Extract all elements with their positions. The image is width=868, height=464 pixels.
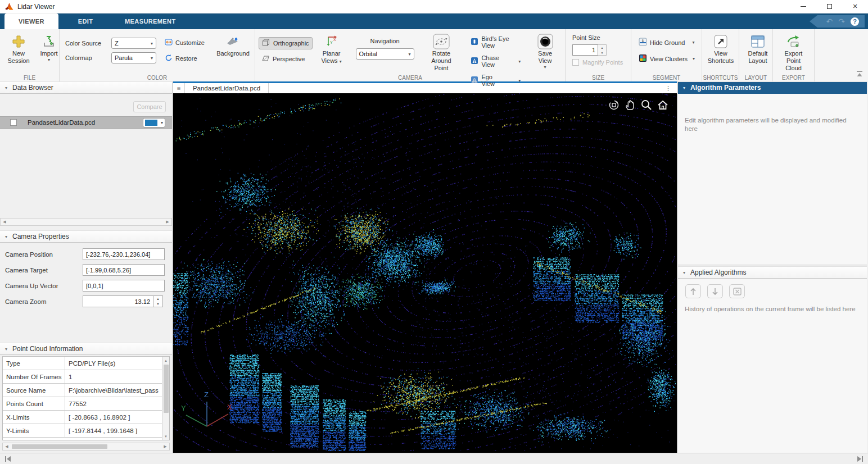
collapse-arrow-icon: ▾: [5, 85, 7, 90]
scroll-right-icon[interactable]: ▶: [164, 220, 171, 224]
scroll-left-icon[interactable]: ◀: [1, 220, 8, 224]
collapse-left-icon[interactable]: [4, 456, 11, 462]
point-cloud-info-header[interactable]: ▾ Point Cloud Information: [0, 343, 172, 355]
magnify-points-checkbox[interactable]: [572, 59, 579, 66]
customize-icon: [165, 38, 173, 47]
view-shortcuts-button[interactable]: View Shortcuts: [706, 32, 735, 66]
table-vscrollbar[interactable]: ▲ ▼: [162, 357, 169, 440]
background-button[interactable]: Background: [215, 32, 251, 59]
window-title: Lidar Viewer: [17, 3, 55, 11]
colormap-select[interactable]: Parula ▾: [111, 52, 156, 63]
camera-up-vector-input[interactable]: [0,0,1]: [83, 280, 165, 292]
collapse-ribbon-icon[interactable]: [856, 69, 864, 79]
file-checkbox[interactable]: [10, 119, 17, 126]
color-swatch-dropdown[interactable]: ▾: [143, 118, 165, 128]
point-size-stepper[interactable]: ▲ ▼: [598, 44, 607, 56]
minimize-button[interactable]: [790, 0, 816, 13]
move-down-button[interactable]: [707, 284, 723, 298]
point-size-input[interactable]: 1: [572, 44, 598, 56]
close-button[interactable]: ✕: [842, 0, 868, 13]
compare-button[interactable]: Compare: [133, 101, 166, 112]
ribbon-tabstrip: VIEWER EDIT MEASUREMENT ↶ ↷ ?: [0, 13, 868, 29]
default-layout-button[interactable]: Default Layout: [743, 32, 772, 66]
scroll-down-icon[interactable]: ▼: [164, 433, 168, 440]
point-cloud-file-row[interactable]: PandasetLidarData.pcd ▾: [0, 116, 172, 129]
data-browser-hscrollbar[interactable]: ◀ ▶: [0, 218, 172, 226]
point-cloud-viewport[interactable]: Z Y X: [173, 93, 677, 451]
ribbon: New Session Import ▾ FILE: [0, 29, 868, 81]
scrollbar-thumb[interactable]: [12, 444, 107, 449]
undo-icon[interactable]: ↶: [826, 17, 833, 25]
point-cloud-info-table: TypePCD/PLY File(s) Number Of Frames1 So…: [2, 356, 170, 440]
camera-position-input[interactable]: [-232.76,-230.1,236.04]: [83, 248, 165, 260]
ribbon-group-layout: Default Layout LAYOUT: [739, 29, 773, 81]
color-source-select[interactable]: Z ▾: [111, 38, 156, 49]
rotate-around-point-button[interactable]: Rotate Around Point: [421, 32, 462, 74]
applied-algorithms-content: History of operations on the current fra…: [678, 279, 867, 453]
rotate-3d-icon[interactable]: [608, 99, 620, 111]
planar-views-button[interactable]: Y X Planar Views ▾: [317, 32, 346, 67]
applied-algorithms-hint: History of operations on the current fra…: [678, 305, 867, 313]
tab-options-icon[interactable]: ⋮: [665, 85, 671, 92]
camera-zoom-stepper[interactable]: ▲ ▼: [153, 295, 163, 307]
tab-viewer[interactable]: VIEWER: [4, 13, 58, 29]
algorithm-parameters-hint: Edit algorithm parameters will be displa…: [678, 116, 864, 133]
cancel-icon: [733, 288, 742, 295]
export-section-label: EXPORT: [773, 75, 814, 81]
help-icon[interactable]: ?: [851, 17, 859, 26]
camera-target-input[interactable]: [-1.99,0.68,5.26]: [83, 264, 165, 276]
file-name: PandasetLidarData.pcd: [28, 119, 95, 126]
birds-eye-view-button[interactable]: Bird's Eye View: [468, 34, 523, 50]
navigation-select[interactable]: Orbital ▾: [356, 48, 414, 60]
move-up-button[interactable]: [685, 284, 701, 298]
restore-icon: [165, 54, 173, 63]
color-section-label: COLOR: [60, 75, 255, 81]
customize-button[interactable]: Customize: [162, 37, 207, 48]
restore-button[interactable]: Restore: [162, 53, 207, 64]
remove-operation-button[interactable]: [729, 284, 745, 298]
export-point-cloud-button[interactable]: Export Point Cloud: [777, 32, 810, 74]
hide-ground-button[interactable]: Hide Ground ▾: [636, 37, 698, 48]
scroll-right-icon[interactable]: ▶: [161, 444, 169, 449]
view-clusters-button[interactable]: View Clusters ▾: [636, 53, 698, 65]
orthographic-button[interactable]: Orthographic: [259, 37, 313, 49]
view-clusters-icon: [639, 54, 647, 63]
tab-menu-icon[interactable]: ≡: [173, 85, 184, 92]
scroll-up-icon[interactable]: ▲: [164, 357, 168, 364]
point-cloud-canvas[interactable]: [173, 93, 676, 451]
algorithm-parameters-header[interactable]: ▾ Algorithm Parameters: [678, 81, 867, 94]
chevron-down-icon: ▾: [409, 52, 411, 57]
table-row: TypePCD/PLY File(s): [3, 357, 169, 370]
maximize-button[interactable]: [816, 0, 842, 13]
pan-hand-icon[interactable]: [624, 99, 636, 111]
scrollbar-thumb[interactable]: [164, 365, 169, 413]
chevron-down-icon: ▾: [693, 56, 695, 61]
left-panel: ▾ Data Browser Compare PandasetLidarData…: [0, 81, 173, 453]
document-tab[interactable]: PandasetLidarData.pcd: [184, 83, 269, 93]
collapse-arrow-icon: ▾: [5, 347, 7, 352]
ribbon-group-segment: Hide Ground ▾ View Clusters ▾ SEGMENT: [631, 29, 702, 81]
home-icon[interactable]: [657, 99, 669, 111]
size-section-label: SIZE: [566, 75, 631, 81]
chase-view-button[interactable]: Chase View ▾: [468, 53, 523, 69]
applied-algorithms-header[interactable]: ▾ Applied Algorithms: [678, 266, 867, 279]
collapse-right-icon[interactable]: [857, 456, 864, 462]
navigation-label: Navigation: [370, 38, 400, 44]
data-browser-header[interactable]: ▾ Data Browser: [0, 81, 172, 94]
save-view-button[interactable]: Save View ▾: [529, 32, 561, 71]
redo-icon[interactable]: ↷: [838, 17, 845, 25]
perspective-button[interactable]: Perspective: [259, 53, 313, 65]
camera-properties-header[interactable]: ▾ Camera Properties: [0, 230, 172, 243]
down-arrow-icon: [712, 288, 718, 295]
camera-zoom-label: Camera Zoom: [0, 298, 83, 305]
tab-measurement[interactable]: MEASUREMENT: [112, 13, 188, 29]
document-tabbar: ≡ PandasetLidarData.pcd ⋮: [173, 81, 677, 93]
camera-zoom-input[interactable]: 13.12: [83, 295, 153, 307]
new-session-button[interactable]: New Session: [4, 32, 33, 66]
tab-edit[interactable]: EDIT: [58, 13, 112, 29]
zoom-icon[interactable]: [640, 99, 653, 111]
birds-eye-view-icon: [471, 38, 478, 47]
scroll-left-icon[interactable]: ◀: [3, 444, 11, 449]
export-point-cloud-icon: [786, 34, 802, 49]
table-hscrollbar[interactable]: ◀ ▶: [2, 443, 170, 451]
